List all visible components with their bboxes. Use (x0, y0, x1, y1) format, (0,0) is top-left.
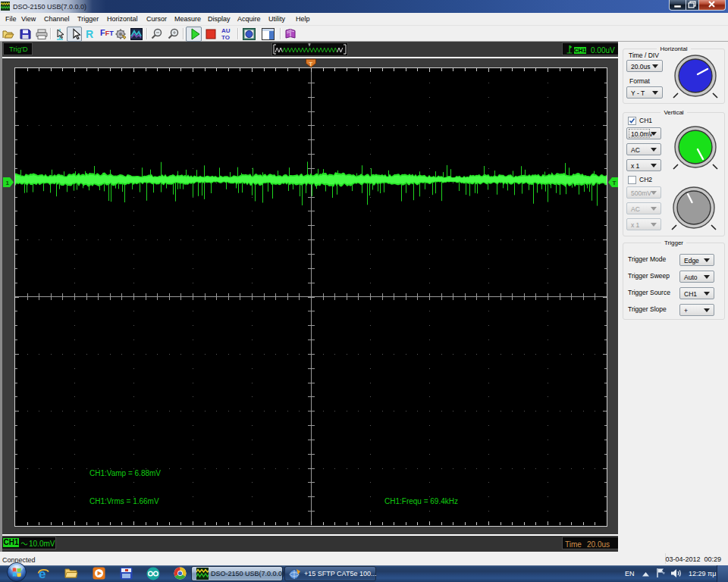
svg-text:e: e (39, 567, 46, 580)
svg-text:T: T (309, 61, 312, 67)
svg-text:CH1:Frequ = 69.4kHz: CH1:Frequ = 69.4kHz (384, 497, 458, 505)
svg-text:CH1:Vrms = 1.66mV: CH1:Vrms = 1.66mV (89, 497, 159, 505)
svg-text:CH1:Vamp = 6.88mV: CH1:Vamp = 6.88mV (89, 469, 161, 477)
svg-text:1: 1 (6, 180, 10, 186)
svg-text:T: T (613, 180, 617, 186)
